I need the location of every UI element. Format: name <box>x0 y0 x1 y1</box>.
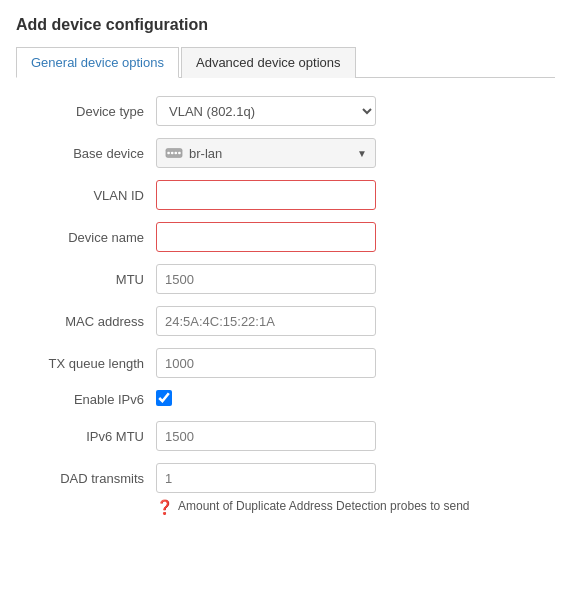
device-type-row: Device type VLAN (802.1q) Bridge Etherne… <box>16 96 555 126</box>
device-name-label: Device name <box>16 230 156 245</box>
mac-address-row: MAC address <box>16 306 555 336</box>
dad-transmits-help-text: Amount of Duplicate Address Detection pr… <box>178 499 470 513</box>
tx-queue-length-row: TX queue length <box>16 348 555 378</box>
mac-address-control <box>156 306 376 336</box>
mtu-row: MTU <box>16 264 555 294</box>
dad-transmits-help-row: ❓ Amount of Duplicate Address Detection … <box>16 499 555 515</box>
base-device-control[interactable]: br-lan ▼ <box>156 138 376 168</box>
mac-address-input[interactable] <box>156 306 376 336</box>
ipv6-mtu-control <box>156 421 376 451</box>
ipv6-mtu-input[interactable] <box>156 421 376 451</box>
device-name-row: Device name <box>16 222 555 252</box>
mtu-control <box>156 264 376 294</box>
tab-advanced[interactable]: Advanced device options <box>181 47 356 78</box>
ipv6-mtu-row: IPv6 MTU <box>16 421 555 451</box>
base-device-label: Base device <box>16 146 156 161</box>
ipv6-mtu-label: IPv6 MTU <box>16 429 156 444</box>
enable-ipv6-checkbox[interactable] <box>156 390 172 406</box>
dad-transmits-label: DAD transmits <box>16 471 156 486</box>
device-name-input[interactable] <box>156 222 376 252</box>
device-type-label: Device type <box>16 104 156 119</box>
mtu-input[interactable] <box>156 264 376 294</box>
base-device-value: br-lan <box>189 146 353 161</box>
vlan-id-row: VLAN ID <box>16 180 555 210</box>
svg-point-3 <box>174 152 177 155</box>
network-icon <box>165 144 183 162</box>
vlan-id-label: VLAN ID <box>16 188 156 203</box>
device-name-control <box>156 222 376 252</box>
page-title: Add device configuration <box>16 16 555 34</box>
mac-address-label: MAC address <box>16 314 156 329</box>
svg-point-4 <box>178 152 181 155</box>
tx-queue-length-input[interactable] <box>156 348 376 378</box>
enable-ipv6-row: Enable IPv6 <box>16 390 555 409</box>
tab-bar: General device options Advanced device o… <box>16 46 555 78</box>
tx-queue-length-control <box>156 348 376 378</box>
tab-general[interactable]: General device options <box>16 47 179 78</box>
enable-ipv6-control <box>156 390 376 409</box>
svg-point-1 <box>167 152 170 155</box>
mtu-label: MTU <box>16 272 156 287</box>
tx-queue-length-label: TX queue length <box>16 356 156 371</box>
device-type-control: VLAN (802.1q) Bridge Ethernet Bonding <box>156 96 376 126</box>
base-device-row: Base device br-lan ▼ <box>16 138 555 168</box>
svg-point-2 <box>171 152 174 155</box>
vlan-id-input[interactable] <box>156 180 376 210</box>
dad-transmits-row: DAD transmits <box>16 463 555 493</box>
enable-ipv6-label: Enable IPv6 <box>16 392 156 407</box>
dad-transmits-input[interactable] <box>156 463 376 493</box>
dropdown-arrow-icon: ▼ <box>357 148 367 159</box>
device-type-select[interactable]: VLAN (802.1q) Bridge Ethernet Bonding <box>156 96 376 126</box>
dad-transmits-control <box>156 463 376 493</box>
base-device-selector[interactable]: br-lan ▼ <box>156 138 376 168</box>
help-icon: ❓ <box>156 499 173 515</box>
vlan-id-control <box>156 180 376 210</box>
